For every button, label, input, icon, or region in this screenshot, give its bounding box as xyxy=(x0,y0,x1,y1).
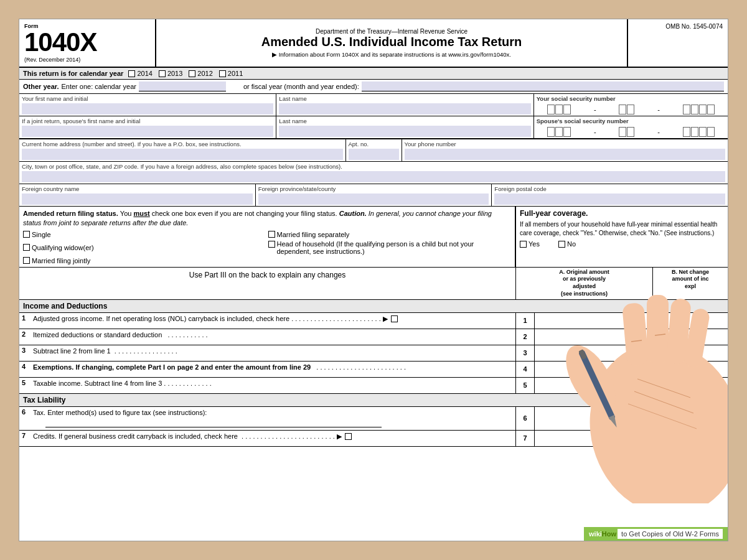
row1-cell-b[interactable] xyxy=(653,313,728,329)
filing-status-label: Amended return filing status. xyxy=(23,210,120,217)
yes-checkbox[interactable] xyxy=(520,241,527,248)
fiscal-year-input[interactable] xyxy=(362,82,724,91)
no-label: No xyxy=(567,240,576,248)
married-jointly-item[interactable]: Married filing jointly xyxy=(23,257,260,264)
other-year-row: Other year. Enter one: calendar year or … xyxy=(19,80,728,94)
row2-cell-a[interactable] xyxy=(535,329,653,345)
ssn-digit xyxy=(683,127,690,137)
year-2013-item[interactable]: 2013 xyxy=(159,70,182,77)
year-2013-checkbox[interactable] xyxy=(159,70,166,77)
foreign-country-label: Foreign country name xyxy=(22,185,253,192)
head-household-item[interactable]: Head of household (If the qualifying per… xyxy=(268,240,505,255)
other-year-bold: Other year. xyxy=(23,83,59,90)
filing-checkboxes: Single Married filing separately Qualify… xyxy=(23,231,511,264)
year-2012-item[interactable]: 2012 xyxy=(189,70,212,77)
foreign-country-cell: Foreign country name xyxy=(19,184,256,206)
ssn-digit xyxy=(547,105,555,114)
row6-cells: 6 xyxy=(516,407,728,430)
head-household-checkbox[interactable] xyxy=(268,241,275,248)
qualifying-widow-item[interactable]: Qualifying widow(er) xyxy=(23,240,260,255)
ssn-digit xyxy=(699,127,707,137)
married-jointly-checkbox[interactable] xyxy=(23,257,30,264)
row3-line-num: 3 xyxy=(516,345,535,361)
row3-number: 3 xyxy=(22,347,31,354)
form-number-section: Form 1040X (Rev. December 2014) xyxy=(19,19,156,67)
foreign-row: Foreign country name Foreign province/st… xyxy=(19,184,728,207)
address-row: Current home address (number and street)… xyxy=(19,139,728,162)
form-container: Form 1040X (Rev. December 2014) Departme… xyxy=(19,19,728,541)
year-2014-item[interactable]: 2014 xyxy=(128,70,152,77)
wikihow-wiki: wiki xyxy=(589,530,602,538)
no-checkbox[interactable] xyxy=(558,241,565,248)
year-2012-checkbox[interactable] xyxy=(189,70,195,77)
omb-number: OMB No. 1545-0074 xyxy=(665,23,723,30)
row6-cell-b[interactable] xyxy=(653,407,728,430)
row3-cell-b[interactable] xyxy=(653,345,728,361)
row7-checkbox[interactable] xyxy=(345,433,352,440)
first-name-label: Your first name and initial xyxy=(22,95,273,102)
city-input[interactable] xyxy=(22,171,725,182)
row6-cell-a[interactable] xyxy=(535,407,653,430)
filing-must: You xyxy=(120,210,134,217)
phone-input[interactable] xyxy=(405,149,726,160)
income-row-6: 6 Tax. Enter method(s) used to figure ta… xyxy=(19,407,728,431)
col-header-b: B. Net change amount of inc expl xyxy=(653,268,728,299)
row2-cell-b[interactable] xyxy=(653,329,728,345)
row3-cell-a[interactable] xyxy=(535,345,653,361)
single-checkbox-item[interactable]: Single xyxy=(23,231,260,238)
year-2014-checkbox[interactable] xyxy=(128,70,135,77)
first-name-input[interactable] xyxy=(22,103,273,114)
city-row: City, town or post office, state, and ZI… xyxy=(19,162,728,184)
spouse-first-name-cell: If a joint return, spouse's first name a… xyxy=(19,116,276,138)
year-2011-checkbox[interactable] xyxy=(219,70,226,77)
year-2011-item[interactable]: 2011 xyxy=(219,70,243,77)
row5-cells: 5 xyxy=(516,378,728,393)
row7-cell-b[interactable] xyxy=(653,431,728,446)
row6-line-num: 6 xyxy=(516,407,535,430)
row7-text: Credits. If general business credit carr… xyxy=(33,432,513,441)
city-label: City, town or post office, state, and ZI… xyxy=(22,163,725,170)
other-year-text: Enter one: calendar year xyxy=(61,83,136,90)
phone-label: Your phone number xyxy=(405,141,726,147)
row7-cell-a[interactable] xyxy=(535,431,653,446)
ssn-label: Your social security number xyxy=(537,95,725,102)
qualifying-widow-checkbox[interactable] xyxy=(23,244,30,251)
row1-checkbox[interactable] xyxy=(391,315,398,322)
foreign-province-input[interactable] xyxy=(258,194,489,205)
omb-section: OMB No. 1545-0074 xyxy=(628,19,728,67)
single-checkbox[interactable] xyxy=(23,231,30,238)
wikihow-text: to Get Copies of Old W-2 Forms xyxy=(618,529,723,539)
row1-cells: 1 xyxy=(516,313,728,329)
row2-line-num: 2 xyxy=(516,329,535,345)
spouse-last-name-input[interactable] xyxy=(279,126,530,137)
or-text: or fiscal year (month and year ended): xyxy=(243,83,359,90)
ssn-digit xyxy=(691,127,698,137)
foreign-postal-input[interactable] xyxy=(494,194,725,205)
coverage-checkboxes: Yes No xyxy=(520,240,724,248)
no-checkbox-item[interactable]: No xyxy=(558,240,576,248)
apt-input[interactable] xyxy=(349,149,399,160)
other-year-input[interactable] xyxy=(139,82,226,91)
spouse-first-name-input[interactable] xyxy=(22,126,273,137)
dept-text: Department of the Treasury—Internal Reve… xyxy=(160,28,623,35)
row1-cell-a[interactable] xyxy=(535,313,653,329)
column-headers: A. Original amount or as previously adju… xyxy=(516,268,728,299)
ssn-digit xyxy=(547,127,555,137)
row4-cell-a[interactable] xyxy=(535,362,653,377)
foreign-country-input[interactable] xyxy=(22,194,253,205)
row5-cell-b[interactable] xyxy=(653,378,728,393)
ssn-digit xyxy=(555,105,563,114)
row5-cell-a[interactable] xyxy=(535,378,653,393)
ssn-digit xyxy=(691,105,698,114)
row4-cell-b[interactable] xyxy=(653,362,728,377)
last-name-input[interactable] xyxy=(279,103,530,114)
ssn-digit xyxy=(683,105,690,114)
yes-checkbox-item[interactable]: Yes xyxy=(520,240,540,248)
part-iii-row: Use Part III on the back to explain any … xyxy=(19,268,728,300)
married-separately-item[interactable]: Married filing separately xyxy=(268,231,505,238)
married-separately-checkbox[interactable] xyxy=(268,231,275,238)
apt-cell: Apt. no. xyxy=(346,139,402,161)
row2-number: 2 xyxy=(22,330,31,338)
address-input[interactable] xyxy=(22,149,343,160)
filing-caution: Caution. xyxy=(339,210,369,217)
